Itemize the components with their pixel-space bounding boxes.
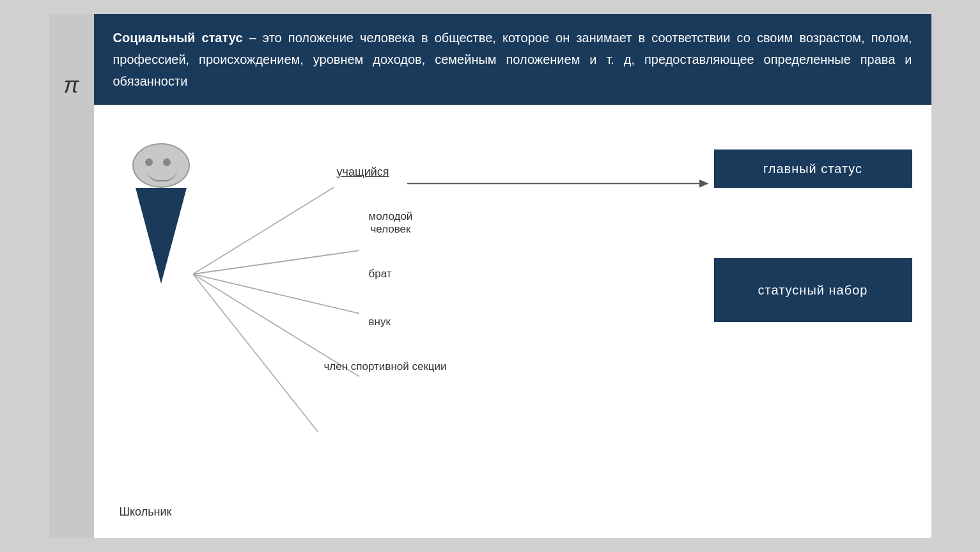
main-content: Социальный статус – это положение челове… [94,14,931,538]
slide: π Социальный статус – это положение чело… [49,14,931,538]
pi-icon: π [63,72,79,98]
diagram-area: Школьник [94,105,931,538]
statusny-nabor-label: статусный набор [758,283,868,298]
statusny-nabor-box: статусный набор [714,258,912,322]
definition-term: Социальный статус [113,31,243,45]
definition-block: Социальный статус – это положение челове… [94,14,931,105]
status-brat: брат [369,268,392,280]
status-uchashchijsya: учащийся [337,165,389,179]
svg-line-0 [193,187,334,274]
status-vnuk: внук [369,316,391,328]
svg-line-2 [193,274,359,314]
svg-line-4 [193,274,318,432]
status-molodoy-chelovek: молодойчеловек [369,210,413,236]
glavny-status-box: главный статус [714,150,912,188]
glavny-status-label: главный статус [763,162,862,176]
svg-line-1 [193,250,359,274]
status-member: член спортивной секции [324,360,447,373]
sidebar: π [49,14,94,538]
